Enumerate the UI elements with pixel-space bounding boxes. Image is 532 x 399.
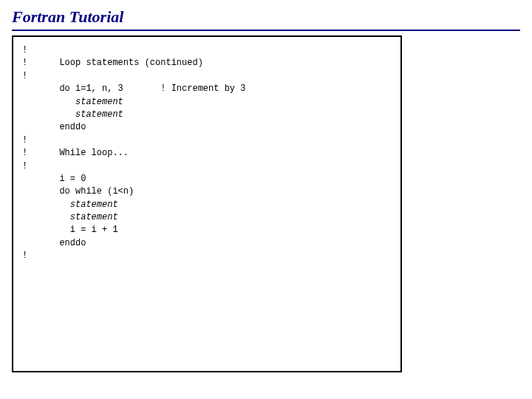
code-line: do while (i<n) [22, 186, 134, 197]
code-line: ! [22, 161, 27, 171]
code-line: enddo [22, 238, 86, 248]
title-rule [12, 30, 520, 31]
code-line: statement [22, 109, 123, 120]
code-listing: ! ! Loop statements (continued) ! do i=1… [22, 44, 392, 263]
code-line: i = i + 1 [22, 225, 118, 235]
code-line: ! While loop... [22, 148, 129, 158]
code-line: statement [22, 200, 118, 210]
code-line: statement [22, 212, 118, 222]
code-line: ! [22, 71, 27, 81]
code-line: ! [22, 45, 27, 55]
code-line: ! [22, 250, 27, 261]
page-title: Fortran Tutorial [12, 7, 520, 27]
code-line: i = 0 [22, 174, 86, 184]
code-line: do i=1, n, 3 ! Increment by 3 [22, 83, 245, 94]
code-line: enddo [22, 122, 86, 132]
code-panel: ! ! Loop statements (continued) ! do i=1… [12, 35, 402, 372]
code-line: ! [22, 135, 27, 146]
code-line: ! Loop statements (continued) [22, 58, 203, 68]
code-line: statement [22, 97, 123, 107]
